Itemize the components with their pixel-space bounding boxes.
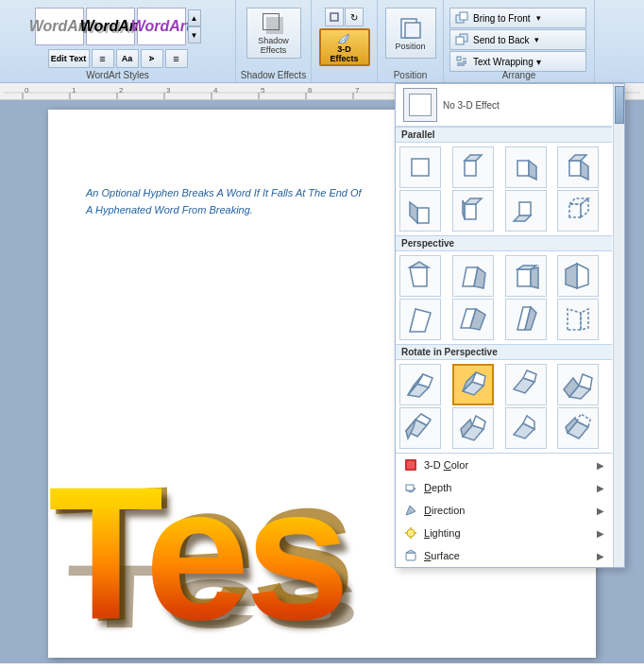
svg-marker-59 xyxy=(410,309,431,332)
3d-cube-btn[interactable] xyxy=(325,8,344,26)
surface-menu-item[interactable]: Surface ▶ xyxy=(396,544,612,567)
svg-marker-65 xyxy=(581,309,588,330)
parallel-6[interactable] xyxy=(452,190,494,232)
surface-icon xyxy=(403,548,418,563)
wordart-label-3: WordArt xyxy=(131,18,192,35)
svg-marker-41 xyxy=(410,202,417,223)
rotate-6[interactable] xyxy=(452,407,494,449)
svg-rect-10 xyxy=(457,57,461,60)
arrange-buttons: Bring to Front ▾ Send to Back ▾ xyxy=(449,8,586,72)
3d-color-menu-item[interactable]: 3-D Color ▶ xyxy=(396,454,612,476)
bring-front-label: Bring to Front xyxy=(473,13,531,24)
depth-arrow: ▶ xyxy=(597,483,604,493)
lighting-icon xyxy=(403,525,418,541)
perspective-5[interactable] xyxy=(399,299,441,340)
3d-rotate-btn[interactable]: ↻ xyxy=(345,8,364,26)
svg-text:7: 7 xyxy=(355,86,360,94)
parallel-3-icon xyxy=(510,151,542,183)
perspective-6-icon xyxy=(457,303,489,335)
perspective-1[interactable] xyxy=(399,255,441,297)
perspective-6[interactable] xyxy=(452,299,494,340)
rotate-1[interactable] xyxy=(399,364,441,405)
direction-menu-item[interactable]: Direction ▶ xyxy=(396,499,612,522)
align-btn[interactable]: ≡ xyxy=(165,49,188,68)
svg-marker-99 xyxy=(406,550,415,553)
perspective-8[interactable] xyxy=(557,299,599,340)
parallel-1[interactable] xyxy=(399,146,441,188)
position-label: Position xyxy=(395,42,425,51)
wordart-style-1[interactable]: WordArt xyxy=(35,8,84,45)
shadow-icon xyxy=(261,11,287,34)
wordart-scroll-down[interactable]: ▼ xyxy=(188,26,201,43)
perspective-7[interactable] xyxy=(505,299,547,340)
svg-marker-43 xyxy=(465,198,482,204)
3d-effects-main-btn[interactable]: 3-DEffects xyxy=(319,28,370,66)
shadow-effects-section: Shadow Effects Shadow Effects xyxy=(236,0,312,82)
wordart-styles-section: WordArt WordArt WordArt ▲ ▼ Edit Text ≡ … xyxy=(0,0,236,82)
rotate-7[interactable] xyxy=(505,407,547,449)
bring-to-front-btn[interactable]: Bring to Front ▾ xyxy=(449,8,586,28)
parallel-grid xyxy=(396,143,612,235)
svg-text:6: 6 xyxy=(308,86,313,94)
rotate-perspective-label: Rotate in Perspective xyxy=(396,344,612,360)
edit-text-btn[interactable]: Edit Text xyxy=(48,49,90,68)
wordart-style-2[interactable]: WordArt xyxy=(86,8,135,45)
perspective-label: Perspective xyxy=(396,235,612,251)
rotate-5[interactable] xyxy=(399,407,441,449)
perspective-4[interactable] xyxy=(557,255,599,297)
rotate-2[interactable] xyxy=(452,364,494,405)
wordart-nav: ▲ ▼ xyxy=(188,9,201,43)
svg-marker-35 xyxy=(517,161,529,176)
spacing-btn[interactable]: ≡ xyxy=(92,49,114,68)
svg-rect-98 xyxy=(406,553,415,560)
svg-marker-51 xyxy=(410,262,429,267)
parallel-4[interactable] xyxy=(557,146,599,188)
rotate-7-icon xyxy=(510,412,542,444)
scrollbar-thumb[interactable] xyxy=(615,86,624,124)
svg-marker-45 xyxy=(514,215,531,221)
parallel-5[interactable] xyxy=(399,190,441,232)
send-to-back-btn[interactable]: Send to Back ▾ xyxy=(449,29,586,50)
no-effect-square-icon xyxy=(409,94,432,116)
3d-effects-icon xyxy=(331,30,358,45)
svg-marker-34 xyxy=(465,155,482,161)
svg-point-93 xyxy=(407,529,415,537)
svg-marker-0 xyxy=(330,13,338,21)
wordart-style-3[interactable]: WordArt xyxy=(137,8,186,45)
direction-arrow: ▶ xyxy=(597,506,604,516)
lighting-menu-item[interactable]: Lighting ▶ xyxy=(396,522,612,544)
height-btn[interactable]: Aa xyxy=(116,49,139,68)
vertical-btn[interactable]: A xyxy=(141,49,163,68)
depth-menu-item[interactable]: Depth ▶ xyxy=(396,476,612,499)
text-wrapping-btn[interactable]: Text Wrapping ▾ xyxy=(449,51,586,72)
rotate-8[interactable] xyxy=(557,407,599,449)
parallel-2[interactable] xyxy=(452,146,494,188)
position-btn[interactable]: Position xyxy=(385,8,436,59)
no-effect-cell[interactable] xyxy=(403,88,437,122)
perspective-3[interactable] xyxy=(505,255,547,297)
parallel-1-icon xyxy=(404,151,436,183)
rotate-4[interactable] xyxy=(557,364,599,405)
svg-rect-5 xyxy=(405,23,420,38)
wordart-scroll-up[interactable]: ▲ xyxy=(188,9,201,26)
rotate-3[interactable] xyxy=(505,364,547,405)
shadow-btn-label: Shadow Effects xyxy=(247,36,300,55)
perspective-2[interactable] xyxy=(452,255,494,297)
shadow-label: Shadow Effects xyxy=(236,70,311,80)
lighting-arrow: ▶ xyxy=(597,528,604,539)
svg-rect-91 xyxy=(406,485,414,490)
svg-text:5: 5 xyxy=(261,86,265,94)
text-wrap-label: Text Wrapping ▾ xyxy=(473,57,541,67)
parallel-3[interactable] xyxy=(505,146,547,188)
dropdown-scrollbar[interactable] xyxy=(613,84,624,567)
arrange-section: Bring to Front ▾ Send to Back ▾ xyxy=(444,0,595,82)
rotate-4-icon xyxy=(562,369,594,401)
perspective-1-icon xyxy=(404,260,436,292)
perspective-2-icon xyxy=(457,260,489,292)
parallel-8[interactable] xyxy=(557,190,599,232)
shadow-effects-btn[interactable]: Shadow Effects xyxy=(246,8,301,59)
bring-front-svg xyxy=(455,11,468,25)
rotate-3-icon xyxy=(510,369,542,401)
svg-marker-50 xyxy=(410,267,427,286)
parallel-7[interactable] xyxy=(505,190,547,232)
